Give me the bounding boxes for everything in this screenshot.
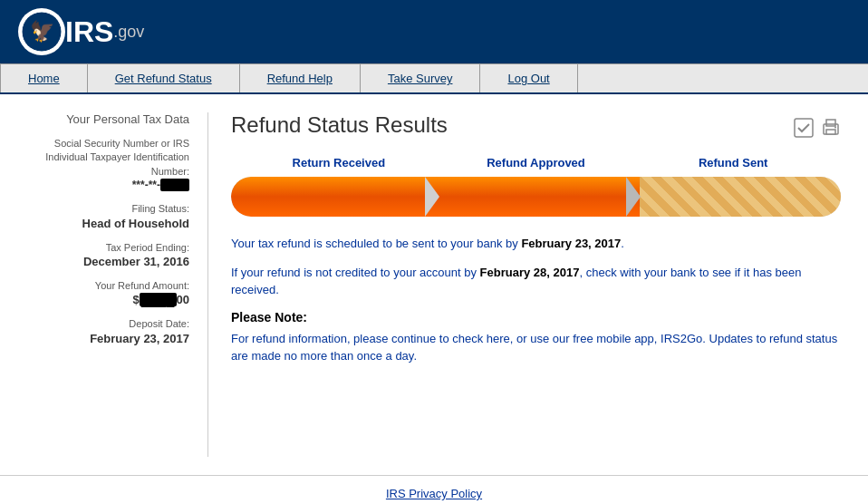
svg-text:🦅: 🦅 <box>30 19 55 44</box>
step-return-received: Return Received <box>240 156 438 170</box>
ssn-value: ***-**-XXXX <box>27 179 189 191</box>
page-title: Refund Status Results <box>231 112 448 138</box>
progress-fill-partial <box>640 177 841 217</box>
svg-rect-5 <box>826 130 835 134</box>
deposit-date-label: Deposit Date: <box>27 317 189 331</box>
sidebar: Your Personal Tax Data Social Security N… <box>27 112 208 457</box>
privacy-policy-link[interactable]: IRS Privacy Policy <box>386 487 482 500</box>
logo-irs-text: IRS <box>65 15 113 49</box>
content-area: Refund Status Results <box>208 112 841 457</box>
progress-arrow-2 <box>621 177 646 217</box>
svg-rect-2 <box>795 119 813 137</box>
progress-steps: Return Received Refund Approved Refund S… <box>231 156 841 170</box>
nav-take-survey[interactable]: Take Survey <box>361 64 481 92</box>
nav-home[interactable]: Home <box>0 64 88 92</box>
step-refund-approved: Refund Approved <box>438 156 635 170</box>
site-header: 🦅 IRS.gov <box>0 0 868 63</box>
please-note-title: Please Note: <box>231 310 841 325</box>
sidebar-section-title: Your Personal Tax Data <box>27 112 189 126</box>
refund-amount-label: Your Refund Amount: <box>27 279 189 293</box>
please-note-text: For refund information, please continue … <box>231 330 841 365</box>
tax-period-label: Tax Period Ending: <box>27 241 189 255</box>
content-header: Refund Status Results <box>231 112 841 138</box>
header-icons <box>794 118 841 138</box>
deposit-date-value: February 23, 2017 <box>27 332 189 345</box>
nav-refund-help[interactable]: Refund Help <box>240 64 361 92</box>
message-1: Your tax refund is scheduled to be sent … <box>231 235 841 253</box>
main-content: Your Personal Tax Data Social Security N… <box>0 94 868 475</box>
filing-status-value: Head of Household <box>27 217 189 230</box>
site-footer: IRS Privacy Policy <box>0 475 868 504</box>
print-icon[interactable] <box>821 118 841 138</box>
checkmark-icon[interactable] <box>794 118 814 138</box>
tax-period-value: December 31, 2016 <box>27 255 189 268</box>
progress-arrow-1 <box>420 177 445 217</box>
status-messages: Your tax refund is scheduled to be sent … <box>231 235 841 365</box>
filing-status-label: Filing Status: <box>27 202 189 216</box>
nav-get-refund-status[interactable]: Get Refund Status <box>88 64 240 92</box>
logo-gov-text: .gov <box>113 23 144 42</box>
nav-log-out[interactable]: Log Out <box>480 64 577 92</box>
irs-logo-icon: 🦅 <box>18 8 65 55</box>
message-2: If your refund is not credited to your a… <box>231 264 841 299</box>
svg-point-6 <box>834 127 836 129</box>
progress-bar <box>231 177 841 217</box>
svg-rect-4 <box>826 120 835 126</box>
refund-amount-value: $████00 <box>27 293 189 306</box>
navigation-bar: Home Get Refund Status Refund Help Take … <box>0 63 868 94</box>
step-refund-sent: Refund Sent <box>634 156 832 170</box>
ssn-label: Social Security Number or IRS Individual… <box>27 137 189 179</box>
